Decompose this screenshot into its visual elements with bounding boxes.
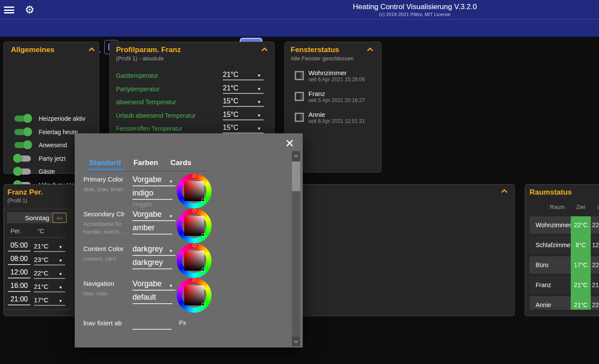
period-row: 08:00 23°C <box>4 254 70 268</box>
window-item: Annie seit 6 Apr 2021 12:51:31 <box>295 111 378 126</box>
color-preset-select[interactable]: darkgrey <box>132 245 175 256</box>
color-name-input[interactable]: indigo <box>132 189 172 200</box>
toggle-switch[interactable] <box>14 116 31 122</box>
saturation-square[interactable] <box>184 285 204 305</box>
color-hint: #rrggbb <box>132 201 152 208</box>
color-name-input[interactable]: darkgrey <box>132 258 172 269</box>
room-actual-temp: 21 <box>592 281 599 288</box>
toggle-switch[interactable] <box>14 169 31 175</box>
param-temp-select[interactable]: 15°C <box>223 97 264 107</box>
gear-icon[interactable]: ⚙ <box>25 3 34 16</box>
nav-fixed-label: lnav fixiert ab <box>83 319 122 327</box>
saturation-square[interactable] <box>184 181 204 201</box>
hue-marker[interactable] <box>192 209 196 212</box>
color-preset-select[interactable]: Vorgabe <box>132 175 175 186</box>
color-preset-select[interactable]: Vorgabe <box>132 210 175 221</box>
window-icon <box>295 71 304 80</box>
param-label: Gasttemperatur <box>116 72 158 79</box>
hue-marker[interactable] <box>192 174 196 178</box>
period-temp-value: 23°C <box>34 256 49 263</box>
period-temp-select[interactable]: 23°C <box>34 256 65 265</box>
hue-marker[interactable] <box>192 244 196 247</box>
toggle-switch[interactable] <box>14 142 31 148</box>
window-item: Franz seit 5 Apr 2021 20:18:27 <box>295 90 378 105</box>
saturation-marker[interactable] <box>202 268 205 271</box>
hamburger-menu-icon[interactable] <box>4 7 14 13</box>
dialog-tab[interactable]: Standard <box>89 159 121 167</box>
panel-profilparam: Profilparam. Franz (Profil 1) - absolute… <box>109 42 275 139</box>
saturation-square[interactable] <box>184 216 204 236</box>
copy-day-button[interactable]: ≡> <box>53 213 66 223</box>
toolbar: Aktives Profil: 1 Raum: Franz <box>0 20 599 37</box>
color-wheel-picker[interactable] <box>177 208 212 243</box>
saturation-marker[interactable] <box>202 233 205 237</box>
collapse-chevron-icon[interactable] <box>501 189 508 193</box>
period-row: 05:00 21°C <box>4 241 70 254</box>
param-label: Partytemperatur <box>116 86 159 93</box>
saturation-marker[interactable] <box>202 303 205 306</box>
window-icon <box>295 92 304 101</box>
color-preset-select[interactable]: Vorgabe <box>132 279 175 291</box>
scroll-down-button[interactable] <box>292 337 300 346</box>
chevron-down-icon <box>59 242 63 250</box>
color-wheel-picker[interactable] <box>177 278 212 313</box>
period-temp-select[interactable]: 22°C <box>34 269 65 279</box>
param-temp-value: 15°C <box>223 124 238 132</box>
room-status-table: Wohnzimmer 22°C 22 Schlafzimmer 8°C 12 B… <box>530 202 599 310</box>
param-temp-value: 15°C <box>223 111 238 119</box>
period-row: 21:00 17°C <box>4 295 70 308</box>
period-temp-select[interactable]: 17°C <box>34 296 65 306</box>
param-temp-select[interactable]: 15°C <box>223 111 264 120</box>
window-list: Wohnzimmer seit 6 Apr 2021 15:28:06 Fran… <box>295 69 378 132</box>
period-temp-select[interactable]: 21°C <box>34 283 65 292</box>
day-rows: 05:00 21°C 08:00 23°C 12:00 22°C 16:00 2… <box>4 241 70 308</box>
nav-fixed-input[interactable] <box>132 319 172 330</box>
collapse-chevron-icon[interactable] <box>261 47 268 52</box>
color-name-input[interactable]: amber <box>132 223 172 235</box>
period-time-field[interactable]: 16:00 <box>8 282 30 292</box>
section-label: Navigation <box>83 280 114 287</box>
period-time-field[interactable]: 08:00 <box>8 255 30 265</box>
room-target-temp: 22°C <box>571 222 591 228</box>
title-box: Heating Control Visualisierung V.3.2.0 (… <box>304 3 526 17</box>
close-icon[interactable]: ✕ <box>285 137 295 150</box>
dialog-tabs: Standard Farben Cards <box>89 159 202 167</box>
window-since: seit 6 Apr 2021 12:51:31 <box>308 118 365 124</box>
period-temp-select[interactable]: 21°C <box>34 242 65 252</box>
period-time-field[interactable]: 12:00 <box>8 268 30 278</box>
dialog-tab[interactable]: Farben <box>133 159 158 167</box>
param-temp-select[interactable]: 21°C <box>223 71 264 80</box>
dialog-tab[interactable]: Cards <box>170 159 191 167</box>
hue-marker[interactable] <box>192 278 196 282</box>
toggle-label: Anwesend <box>39 142 67 149</box>
dialog-scrollbar[interactable] <box>292 151 300 346</box>
color-preset-value: darkgrey <box>132 245 163 255</box>
scroll-thumb[interactable] <box>292 162 300 191</box>
panel-subtitle: (Profil 1) - absolute <box>116 55 164 62</box>
saturation-marker[interactable] <box>202 199 205 202</box>
period-time-field[interactable]: 05:00 <box>8 242 30 251</box>
param-rows: Gasttemperatur 21°C Partytemperatur 21°C… <box>116 71 274 137</box>
saturation-square[interactable] <box>184 251 204 271</box>
room-name: Büro <box>536 261 549 268</box>
panel-title: Profilparam. Franz <box>116 46 181 54</box>
param-temp-select[interactable]: 21°C <box>223 84 264 94</box>
toggle-label: Heizperiode aktiv <box>39 115 85 122</box>
day-card: Sonntag ≡> Per. °C 05:00 21°C 08:00 23°C… <box>4 209 70 310</box>
color-name-input[interactable]: default <box>132 293 172 304</box>
color-wheel-picker[interactable] <box>177 243 212 278</box>
collapse-chevron-icon[interactable] <box>367 47 374 52</box>
section-label: Secondary Clr <box>83 210 125 218</box>
color-wheel-picker[interactable] <box>177 174 212 208</box>
period-temp-value: 21°C <box>34 283 49 290</box>
toggle-switch[interactable] <box>14 156 31 162</box>
scroll-up-button[interactable] <box>292 151 300 161</box>
period-time-field[interactable]: 21:00 <box>8 295 30 305</box>
collapse-chevron-icon[interactable] <box>88 47 95 52</box>
col-period: Per. <box>10 228 21 235</box>
color-preset-value: Vorgabe <box>132 210 162 220</box>
toggle-switch[interactable] <box>14 129 31 135</box>
param-temp-select[interactable]: 15°C <box>223 124 264 133</box>
room-actual-temp: 22 <box>592 301 599 308</box>
color-preset-value: Vorgabe <box>132 279 162 290</box>
